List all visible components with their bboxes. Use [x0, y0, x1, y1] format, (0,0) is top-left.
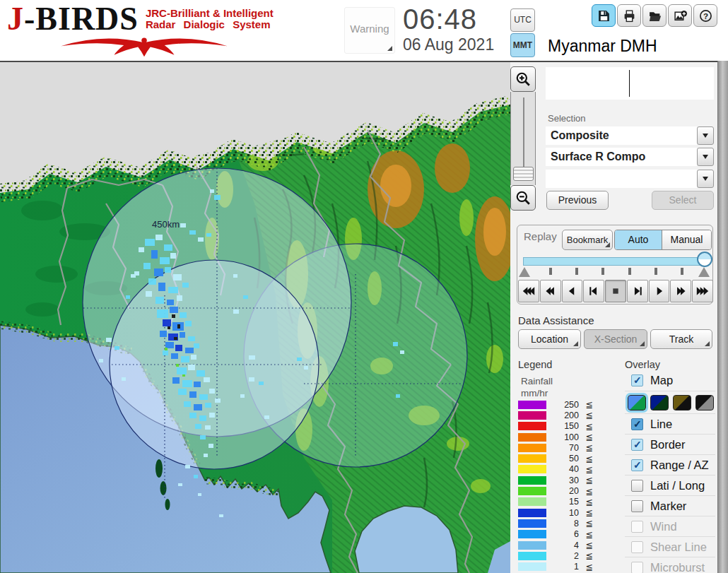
- legend-leq: ≦: [579, 518, 593, 528]
- radar-map[interactable]: 450km: [0, 62, 510, 573]
- zoom-out-button[interactable]: [510, 185, 536, 211]
- legend-leq: ≦: [579, 421, 593, 432]
- replay-label: Replay: [524, 230, 557, 242]
- location-button[interactable]: Location: [518, 329, 581, 349]
- play-reverse-button[interactable]: [562, 280, 583, 302]
- overlay-row-border[interactable]: Border: [625, 434, 715, 454]
- play-button[interactable]: [649, 280, 670, 302]
- manual-button[interactable]: Manual: [662, 230, 711, 249]
- xsection-button[interactable]: X-Section: [584, 329, 647, 349]
- chevron-down-icon: [703, 155, 708, 159]
- product-name-dropdown[interactable]: Surface R Compo: [546, 148, 697, 166]
- radar-map-viewport[interactable]: 450km: [0, 62, 510, 573]
- add-image-button[interactable]: [668, 4, 692, 27]
- warning-button[interactable]: Warning: [344, 7, 395, 54]
- grip-icon: [387, 46, 392, 51]
- overlay-row-shear-line[interactable]: Shear Line: [625, 536, 715, 557]
- legend-leq: ≦: [579, 540, 593, 550]
- border-checkbox[interactable]: [631, 439, 643, 451]
- clock: 06:48 06 Aug 2021: [403, 4, 494, 54]
- track-button[interactable]: Track: [650, 329, 712, 349]
- overlay-row-marker[interactable]: Marker: [625, 495, 715, 516]
- open-folder-button[interactable]: [642, 4, 667, 27]
- range-start-marker[interactable]: [519, 267, 530, 277]
- fast-rewind-button[interactable]: [540, 280, 561, 302]
- fast-forward-3-button[interactable]: [692, 280, 713, 302]
- microburst-checkbox[interactable]: [631, 562, 643, 573]
- legend-value: 30: [546, 475, 579, 485]
- product-name-dropdown-button[interactable]: [697, 148, 714, 166]
- rainfall-legend: 250≦200≦150≦100≦70≦50≦40≦30≦20≦15≦10≦8≦6…: [518, 399, 597, 572]
- wind-checkbox[interactable]: [631, 521, 643, 533]
- map-style-swatch-1[interactable]: [628, 395, 646, 410]
- legend-row: 20≦: [518, 485, 597, 496]
- product-option-dropdown[interactable]: [546, 170, 697, 188]
- fast-forward-button[interactable]: [670, 280, 691, 302]
- playback-controls: [518, 280, 713, 302]
- zoom-slider-handle[interactable]: [513, 167, 534, 181]
- overlay-row-microburst[interactable]: Microburst: [625, 557, 715, 573]
- legend-value: 2: [546, 551, 579, 561]
- fast-rewind-3-button[interactable]: [518, 280, 539, 302]
- legend-leq: ≦: [579, 454, 593, 464]
- step-forward-icon: [631, 287, 644, 295]
- legend-swatch: [518, 487, 546, 495]
- save-button[interactable]: [592, 4, 616, 27]
- help-button[interactable]: ?: [693, 4, 717, 27]
- add-image-icon: [674, 9, 687, 23]
- selection-label: Selection: [548, 113, 585, 124]
- step-back-button[interactable]: [583, 280, 604, 302]
- legend-value: 6: [546, 529, 579, 539]
- legend-value: 200: [546, 410, 579, 420]
- legend-row: 150≦: [518, 421, 597, 432]
- grip-icon: [605, 242, 610, 247]
- legend-row: 15≦: [518, 497, 597, 507]
- previous-button[interactable]: Previous: [546, 191, 609, 210]
- legend-value: 10: [546, 508, 579, 518]
- legend-label: Legend: [518, 359, 552, 370]
- legend-row: 10≦: [518, 507, 597, 518]
- legend-row: 6≦: [518, 529, 597, 540]
- grip-icon: [640, 341, 645, 346]
- legend-swatch: [518, 530, 546, 538]
- legend-leq: ≦: [579, 399, 593, 410]
- overlay-row-map[interactable]: Map: [625, 370, 715, 391]
- product-type-dropdown[interactable]: Composite: [546, 126, 697, 145]
- legend-leq: ≦: [579, 507, 593, 518]
- shear-line-checkbox[interactable]: [631, 541, 643, 553]
- overlay-row-line[interactable]: Line: [625, 413, 715, 434]
- bookmark-button[interactable]: Bookmark: [562, 230, 613, 250]
- zoom-slider[interactable]: [510, 92, 536, 185]
- line-checkbox[interactable]: [631, 418, 643, 430]
- overlay-row-range-az[interactable]: Range / AZ: [625, 454, 715, 475]
- product-option-dropdown-button[interactable]: [697, 170, 714, 188]
- select-button[interactable]: Select: [652, 191, 714, 210]
- map-checkbox[interactable]: [631, 374, 643, 386]
- range-az-checkbox[interactable]: [631, 459, 643, 471]
- step-forward-button[interactable]: [627, 280, 648, 302]
- replay-progress-track[interactable]: [523, 257, 705, 266]
- map-style-swatch-2[interactable]: [650, 395, 669, 410]
- overlay-row-lati-long[interactable]: Lati / Long: [625, 475, 715, 495]
- marker-checkbox[interactable]: [631, 500, 643, 512]
- zoom-in-button[interactable]: [510, 66, 536, 92]
- map-style-swatch-3[interactable]: [673, 395, 691, 410]
- product-type-dropdown-button[interactable]: [697, 126, 714, 145]
- lati-long-checkbox[interactable]: [631, 480, 643, 492]
- range-ring-label: 450km: [152, 219, 180, 230]
- svg-text:?: ?: [703, 11, 708, 20]
- print-icon: [623, 9, 636, 23]
- mmt-button[interactable]: MMT: [510, 33, 535, 57]
- map-style-swatch-4[interactable]: [695, 395, 714, 410]
- auto-button[interactable]: Auto: [615, 230, 662, 249]
- replay-slider-handle[interactable]: [697, 252, 712, 267]
- stop-button[interactable]: [605, 280, 626, 302]
- legend-leq: ≦: [579, 475, 593, 485]
- legend-swatch: [518, 476, 546, 485]
- utc-button[interactable]: UTC: [510, 8, 535, 32]
- range-end-marker[interactable]: [698, 267, 710, 277]
- legend-leq: ≦: [579, 410, 593, 420]
- window-edge-strip[interactable]: [717, 0, 728, 573]
- print-button[interactable]: [617, 4, 641, 27]
- overlay-row-wind[interactable]: Wind: [625, 516, 715, 536]
